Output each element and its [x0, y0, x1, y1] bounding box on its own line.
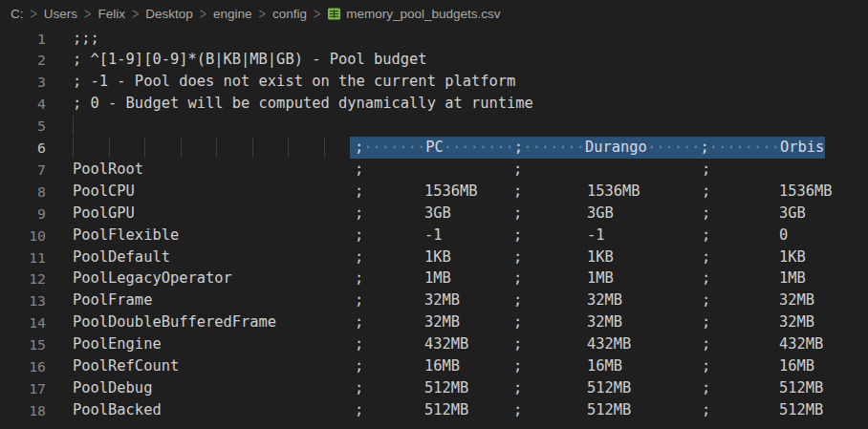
comment-text: ;;; — [73, 28, 99, 50]
line-number[interactable]: 3 — [0, 71, 46, 93]
header-token: ; — [514, 139, 523, 156]
separator-semicolon: ; — [513, 247, 522, 268]
separator-semicolon: ; — [513, 159, 522, 181]
budget-value: 32MB — [424, 290, 460, 311]
whitespace-dots: ······ — [647, 139, 701, 156]
comment-text: ; ^[1-9][0-9]*(B|KB|MB|GB) - Pool budget — [73, 49, 427, 71]
pool-name: PoolCPU — [73, 181, 135, 203]
editor-line-8[interactable]: PoolCPU;1536MB;1536MB;1536MB8 — [0, 181, 868, 203]
separator-semicolon: ; — [355, 203, 363, 225]
line-number[interactable]: 15 — [0, 333, 46, 355]
line-number[interactable]: 2 — [0, 49, 46, 71]
editor-line-17[interactable]: PoolDebug;512MB;512MB;512MB17 — [0, 377, 868, 399]
editor-line-15[interactable]: PoolEngine;432MB;432MB;432MB15 — [0, 333, 868, 355]
line-number[interactable]: 4 — [0, 93, 46, 115]
editor-line-9[interactable]: PoolGPU;3GB;3GB;3GB9 — [0, 203, 868, 225]
line-number[interactable]: 5 — [0, 115, 46, 137]
budget-value: 32MB — [587, 311, 622, 333]
line-number[interactable]: 12 — [0, 268, 46, 290]
separator-semicolon: ; — [513, 377, 522, 399]
budget-value: 16MB — [424, 355, 460, 377]
editor-line-11[interactable]: PoolDefault;1KB;1KB;1KB11 — [0, 247, 868, 268]
separator-semicolon: ; — [702, 203, 710, 225]
budget-value: 1536MB — [587, 181, 640, 203]
line-number[interactable]: 13 — [0, 290, 46, 311]
budget-value: 512MB — [779, 377, 823, 399]
budget-value: 1MB — [779, 268, 806, 290]
budget-value: 432MB — [587, 333, 631, 355]
editor-line-2[interactable]: ; ^[1-9][0-9]*(B|KB|MB|GB) - Pool budget… — [0, 49, 868, 71]
indent-guide — [73, 138, 74, 158]
separator-semicolon: ; — [702, 247, 710, 268]
line-number[interactable]: 1 — [0, 28, 46, 50]
separator-semicolon: ; — [702, 290, 710, 311]
editor-line-12[interactable]: PoolLegacyOperator;1MB;1MB;1MB12 — [0, 268, 868, 290]
separator-semicolon: ; — [513, 355, 522, 377]
editor-line-4[interactable]: ; 0 - Budget will be computed dynamicall… — [0, 93, 868, 115]
separator-semicolon: ; — [513, 290, 522, 311]
indent-guide — [288, 138, 289, 158]
whitespace-dots: ······· — [363, 139, 425, 156]
editor-line-13[interactable]: PoolFrame;32MB;32MB;32MB13 — [0, 290, 868, 311]
budget-value: 3GB — [587, 203, 614, 225]
separator-semicolon: ; — [355, 268, 363, 290]
csv-header-text: ;·······PC········;·······Durango······;… — [355, 137, 824, 159]
pool-name: PoolFlexible — [73, 225, 179, 247]
budget-value: 1536MB — [424, 181, 478, 203]
budget-value: 32MB — [779, 311, 814, 333]
whitespace-dots: ········ — [709, 139, 780, 156]
separator-semicolon: ; — [355, 159, 363, 181]
separator-semicolon: ; — [355, 333, 363, 355]
line-number[interactable]: 11 — [0, 247, 46, 268]
separator-semicolon: ; — [355, 247, 363, 268]
line-number[interactable]: 6 — [0, 137, 46, 159]
separator-semicolon: ; — [355, 290, 363, 311]
separator-semicolon: ; — [513, 333, 522, 355]
editor-line-10[interactable]: PoolFlexible;-1;-1;010 — [0, 225, 868, 247]
budget-value: 16MB — [587, 355, 622, 377]
separator-semicolon: ; — [702, 268, 710, 290]
editor-line-6[interactable]: ;·······PC········;·······Durango······;… — [0, 137, 868, 159]
editor-line-1[interactable]: ;;;1 — [0, 28, 868, 50]
line-number[interactable]: 7 — [0, 159, 46, 181]
separator-semicolon: ; — [355, 355, 363, 377]
separator-semicolon: ; — [702, 399, 710, 421]
line-number[interactable]: 8 — [0, 181, 46, 203]
editor-line-14[interactable]: PoolDoubleBufferedFrame;32MB;32MB;32MB14 — [0, 311, 868, 333]
budget-value: 432MB — [424, 333, 468, 355]
editor-line-16[interactable]: PoolRefCount;16MB;16MB;16MB16 — [0, 355, 868, 377]
separator-semicolon: ; — [513, 399, 522, 421]
editor-line-18[interactable]: PoolBacked;512MB;512MB;512MB18 — [0, 399, 868, 421]
budget-value: 3GB — [779, 203, 806, 225]
editor-line-3[interactable]: ; -1 - Pool does not exist on the curren… — [0, 71, 868, 93]
budget-value: 32MB — [779, 290, 814, 311]
editor-line-7[interactable]: PoolRoot;;;7 — [0, 159, 868, 181]
separator-semicolon: ; — [355, 311, 363, 333]
editor-area[interactable]: ;;;1; ^[1-9][0-9]*(B|KB|MB|GB) - Pool bu… — [0, 0, 868, 429]
budget-value: 1KB — [779, 247, 806, 268]
budget-value: 432MB — [779, 333, 823, 355]
editor-line-5[interactable]: 5 — [0, 115, 868, 137]
line-number[interactable]: 18 — [0, 399, 46, 421]
line-number[interactable]: 17 — [0, 377, 46, 399]
pool-name: PoolDefault — [73, 247, 170, 268]
line-number[interactable]: 16 — [0, 355, 46, 377]
budget-value: 1KB — [587, 247, 614, 268]
pool-name: PoolBacked — [73, 399, 162, 421]
line-number[interactable]: 10 — [0, 225, 46, 247]
header-token: ; — [700, 139, 708, 156]
budget-value: 512MB — [587, 377, 631, 399]
separator-semicolon: ; — [513, 181, 522, 203]
separator-semicolon: ; — [702, 355, 710, 377]
line-number[interactable]: 14 — [0, 311, 46, 333]
budget-value: 1MB — [587, 268, 614, 290]
comment-text: ; 0 - Budget will be computed dynamicall… — [73, 93, 533, 115]
separator-semicolon: ; — [702, 311, 710, 333]
pool-name: PoolRefCount — [73, 355, 179, 377]
separator-semicolon: ; — [355, 399, 363, 421]
pool-name: PoolDoubleBufferedFrame — [73, 311, 276, 333]
budget-value: 512MB — [779, 399, 823, 421]
separator-semicolon: ; — [702, 377, 710, 399]
separator-semicolon: ; — [702, 159, 710, 181]
line-number[interactable]: 9 — [0, 203, 46, 225]
